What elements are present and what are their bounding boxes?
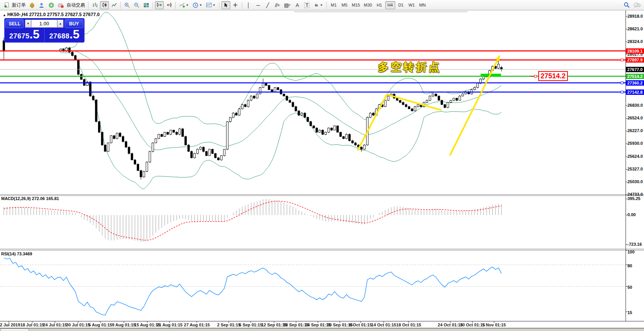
sell-price-main: 27675 <box>9 32 30 40</box>
sell-price[interactable]: 27675.5 <box>5 28 45 42</box>
crosshair-button[interactable] <box>231 1 240 9</box>
community-button[interactable] <box>37 1 46 9</box>
buy-price[interactable]: 27688.5 <box>45 28 84 42</box>
text-tool[interactable]: A <box>293 1 302 9</box>
date-axis-label: 30 Sep 01:15 <box>327 323 353 327</box>
tab-timeframe-h1[interactable]: H1 <box>374 1 384 9</box>
price-axis-label: 26830.0 <box>627 103 643 108</box>
price-callout-label[interactable]: 27514.2 <box>538 71 568 81</box>
news-button[interactable] <box>47 1 56 9</box>
periods-button[interactable]: ▼ <box>191 1 204 9</box>
price-axis-label: 25030.0 <box>627 179 643 184</box>
price-line-badge: 27897.9 <box>626 57 644 63</box>
macd-axis-label: 395.25 <box>627 196 641 201</box>
toolbar-separator <box>120 2 121 9</box>
date-axis-label: 24 Oct 01:15 <box>438 323 463 327</box>
price-axis-label: 25930.0 <box>627 141 643 146</box>
chart-canvas[interactable] <box>0 0 644 331</box>
tile-windows-icon <box>143 2 149 8</box>
chat-icon <box>634 2 641 8</box>
history-button[interactable] <box>28 1 37 9</box>
zoom-in-button[interactable] <box>123 1 131 9</box>
volume-input[interactable] <box>31 20 57 28</box>
candlestick-chart-icon <box>102 2 107 8</box>
chat-button[interactable] <box>632 1 642 9</box>
auto-scroll-icon <box>156 2 162 8</box>
tab-timeframe-m15[interactable]: M15 <box>350 1 361 9</box>
tab-timeframe-m1[interactable]: M1 <box>329 1 339 9</box>
fibonacci-tool[interactable]: ▤F <box>283 1 292 9</box>
bottom-strip <box>0 328 644 331</box>
crosshair-icon <box>233 2 238 8</box>
indicators-icon <box>179 2 185 8</box>
tab-timeframe-d1[interactable]: D1 <box>396 1 406 9</box>
buy-button[interactable]: BUY <box>65 19 83 28</box>
tab-timeframe-mn[interactable]: MN <box>418 1 428 9</box>
arrows-tool[interactable]: ▼ <box>312 1 324 9</box>
toolbar-separator <box>326 2 327 9</box>
mt4-window: 新订单 自动交易 <box>0 0 644 331</box>
buy-price-main: 27688 <box>49 32 70 40</box>
channel-tool[interactable]: ⫻E <box>273 1 282 9</box>
tab-timeframe-m5[interactable]: M5 <box>339 1 349 9</box>
new-order-label[interactable]: 新订单 <box>12 2 26 8</box>
sell-button[interactable]: SELL <box>5 19 24 28</box>
chart-scrollbar[interactable] <box>294 11 467 12</box>
templates-button[interactable]: ▼ <box>205 1 217 9</box>
toolbar-separator <box>242 2 242 9</box>
search-icon <box>624 2 630 8</box>
news-icon <box>48 2 54 8</box>
macd-indicator-label: MACD(12,26,9) 272.06 165.81 <box>1 196 59 201</box>
date-axis-label: 2 Sep 01:15 <box>217 323 241 327</box>
ohlc-readout: 27721.0 27757.5 27627.5 27677.0 <box>29 12 100 17</box>
symbol-name: HK50-,H4 <box>7 12 28 17</box>
indicators-button[interactable]: ▼ <box>178 1 190 9</box>
date-axis-label: 21 Aug 01:15 <box>156 323 182 327</box>
toolbar-separator <box>153 2 153 9</box>
tab-timeframe-m30[interactable]: M30 <box>362 1 373 9</box>
chart-tab[interactable] <box>0 328 29 331</box>
toolbar-separator <box>175 2 176 9</box>
bar-chart-button[interactable] <box>90 1 99 9</box>
price-axis-label: 28324.0 <box>627 39 643 44</box>
channel-icon: ⫻ <box>275 3 278 8</box>
tab-timeframe-w1[interactable]: W1 <box>407 1 417 9</box>
candlestick-chart-button[interactable] <box>100 1 109 9</box>
rsi-axis-label: 15 <box>627 310 632 315</box>
price-axis-label: 25624.0 <box>627 154 643 159</box>
tab-timeframe-h4[interactable]: H4 <box>385 1 395 9</box>
price-axis-label: 28621.0 <box>627 26 643 31</box>
volume-increase-button[interactable]: ▲ <box>57 20 63 28</box>
tile-windows-button[interactable] <box>142 1 151 9</box>
chart-annotation-text[interactable]: 多空转折点 <box>378 60 441 74</box>
price-line-badge: 27514.2 <box>626 74 644 79</box>
text-label-tool[interactable]: T <box>303 1 311 9</box>
trendline-tool[interactable]: ╱ <box>263 1 272 9</box>
search-button[interactable] <box>622 1 631 9</box>
date-axis-label: 12 Jul 2019 <box>0 323 20 327</box>
volume-decrease-button[interactable]: ▼ <box>25 20 31 28</box>
price-line-badge: 28109.1 <box>626 48 644 54</box>
zoom-out-button[interactable] <box>132 1 141 9</box>
dropdown-arrow-icon: ▼ <box>213 3 216 7</box>
chart-shift-icon <box>166 2 172 8</box>
community-icon <box>39 2 45 8</box>
new-order-button[interactable] <box>2 1 11 9</box>
sell-price-frac: .5 <box>30 29 40 40</box>
auto-scroll-button[interactable] <box>155 1 164 9</box>
date-axis-label: 27 Aug 01:15 <box>184 323 210 327</box>
rsi-axis-label: 100 <box>627 250 634 254</box>
chart-shift-button[interactable] <box>165 1 173 9</box>
vertical-line-tool[interactable]: │ <box>244 1 253 9</box>
auto-trading-icon <box>58 2 64 8</box>
auto-trading-label[interactable]: 自动交易 <box>67 2 85 8</box>
auto-trading-button[interactable] <box>57 1 65 9</box>
channel-sub-label: E <box>278 3 280 7</box>
line-chart-button[interactable] <box>110 1 118 9</box>
cursor-button[interactable] <box>221 1 230 9</box>
date-axis-label: 9 Aug 01:15 <box>112 323 135 327</box>
toolbar: 新订单 自动交易 <box>0 0 644 10</box>
horizontal-line-tool[interactable]: ─ <box>254 1 263 9</box>
price-axis-label: 28918.0 <box>627 14 643 18</box>
new-order-icon <box>3 2 9 8</box>
